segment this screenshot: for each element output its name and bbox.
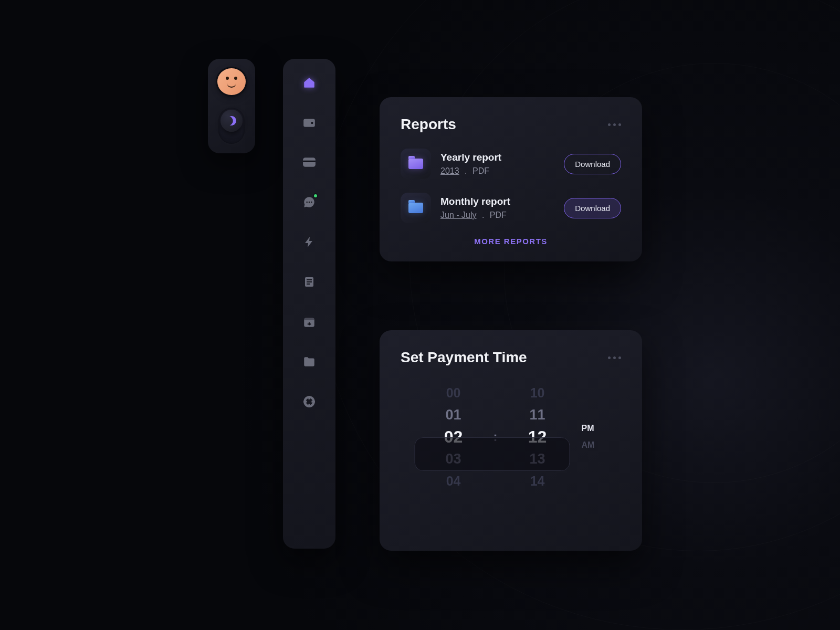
- moon-icon: [225, 115, 237, 127]
- hour-option[interactable]: 03: [446, 448, 461, 470]
- svg-rect-9: [307, 281, 312, 282]
- theme-toggle[interactable]: [218, 108, 245, 144]
- ampm-pm[interactable]: PM: [582, 424, 595, 433]
- nav-card-icon[interactable]: [301, 154, 317, 170]
- hour-option[interactable]: 04: [446, 470, 461, 492]
- report-row: Monthly report Jun - July . PDF Download: [401, 193, 621, 223]
- hours-column[interactable]: 00 01 02 03 04: [427, 382, 480, 492]
- report-meta: 2013 . PDF: [440, 166, 554, 176]
- svg-rect-10: [307, 284, 310, 285]
- svg-rect-17: [303, 401, 307, 402]
- report-folder-icon: [401, 149, 431, 179]
- time-picker[interactable]: 00 01 02 03 04 : 10 11 12 13 14 PM AM: [401, 382, 621, 492]
- report-title: Monthly report: [440, 196, 554, 207]
- minute-option[interactable]: 14: [530, 470, 545, 492]
- svg-point-4: [306, 202, 308, 203]
- ampm-selector: PM AM: [582, 424, 595, 450]
- profile-theme-panel: [208, 59, 255, 153]
- nav-wallet-icon[interactable]: [301, 114, 317, 130]
- payment-time-card: Set Payment Time 00 01 02 03 04 : 10 11 …: [380, 330, 642, 551]
- report-folder-icon: [401, 193, 431, 223]
- nav-chat-icon[interactable]: [301, 194, 317, 210]
- ampm-am[interactable]: AM: [582, 440, 595, 450]
- theme-toggle-knob: [220, 110, 243, 132]
- payment-time-title: Set Payment Time: [401, 349, 527, 366]
- report-meta-link[interactable]: Jun - July: [440, 211, 476, 219]
- nav-calendar-icon[interactable]: [301, 314, 317, 330]
- nav-help-icon[interactable]: [301, 394, 317, 410]
- minutes-column[interactable]: 10 11 12 13 14: [511, 382, 564, 492]
- minute-option[interactable]: 11: [530, 404, 545, 426]
- hour-selected[interactable]: 02: [444, 426, 463, 448]
- svg-rect-15: [308, 396, 310, 400]
- payment-time-menu-icon[interactable]: [608, 356, 621, 359]
- hour-option[interactable]: 01: [446, 404, 461, 426]
- reports-title: Reports: [401, 116, 456, 133]
- report-row: Yearly report 2013 . PDF Download: [401, 149, 621, 179]
- reports-menu-icon[interactable]: [608, 123, 621, 126]
- hour-option[interactable]: 00: [446, 382, 461, 404]
- svg-point-5: [309, 202, 310, 203]
- svg-rect-12: [304, 318, 314, 320]
- sidebar: [283, 59, 335, 549]
- report-meta: Jun - July . PDF: [440, 211, 554, 220]
- download-button[interactable]: Download: [564, 198, 621, 218]
- minute-option[interactable]: 13: [530, 448, 545, 470]
- report-meta-type: PDF: [472, 166, 489, 175]
- nav-list-icon[interactable]: [301, 274, 317, 290]
- chat-badge-dot: [313, 193, 318, 198]
- avatar[interactable]: [217, 68, 246, 95]
- nav-home-icon[interactable]: [301, 75, 317, 90]
- svg-rect-3: [303, 161, 316, 162]
- nav-folder-icon[interactable]: [301, 354, 317, 370]
- svg-rect-16: [308, 404, 310, 407]
- minute-selected[interactable]: 12: [528, 426, 547, 448]
- report-title: Yearly report: [440, 152, 554, 163]
- time-colon: :: [494, 429, 498, 444]
- svg-rect-18: [311, 401, 315, 402]
- svg-rect-8: [307, 279, 312, 280]
- svg-point-6: [311, 202, 312, 203]
- more-reports-link[interactable]: MORE REPORTS: [401, 237, 621, 246]
- svg-rect-14: [308, 323, 311, 324]
- minute-option[interactable]: 10: [530, 382, 545, 404]
- report-meta-link[interactable]: 2013: [440, 166, 459, 175]
- svg-point-1: [311, 122, 313, 124]
- nav-bolt-icon[interactable]: [301, 234, 317, 250]
- reports-card: Reports Yearly report 2013 . PDF Downloa…: [380, 97, 642, 261]
- download-button[interactable]: Download: [564, 154, 621, 174]
- report-meta-type: PDF: [490, 211, 507, 219]
